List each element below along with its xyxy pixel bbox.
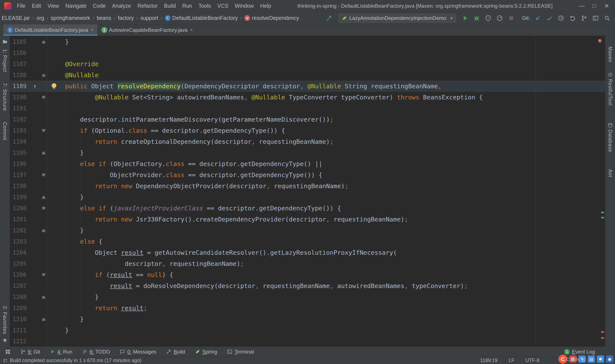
- line-number[interactable]: 1186: [10, 47, 27, 58]
- minimize-button[interactable]: —: [576, 2, 588, 9]
- line-number[interactable]: 1203: [10, 236, 27, 247]
- line-number[interactable]: 1209: [10, 302, 27, 314]
- close-icon[interactable]: ×: [190, 27, 193, 33]
- history-button[interactable]: [556, 13, 566, 23]
- code-line-1207[interactable]: 1207 result = doResolveDependency(descri…: [10, 280, 605, 291]
- code-line-1194[interactable]: 1194 return createOptionalDependency(des…: [10, 136, 605, 147]
- menu-build[interactable]: Build: [161, 3, 179, 9]
- update-project-button[interactable]: [533, 13, 543, 23]
- toolwindow-button-0-messages[interactable]: 0: Messages: [120, 349, 156, 355]
- code-line-1203[interactable]: 1203 else {: [10, 236, 605, 247]
- line-number[interactable]: 1204: [10, 247, 27, 258]
- tool-button-7-structure[interactable]: 7: Structure: [2, 83, 8, 111]
- run-button[interactable]: [460, 13, 470, 23]
- code-line-1190[interactable]: 1190 @Nullable Set<String> autowiredBean…: [10, 92, 605, 103]
- line-number[interactable]: 1185: [10, 36, 27, 47]
- tool-button-ant[interactable]: Ant: [607, 169, 613, 177]
- breadcrumb-item-support[interactable]: support: [140, 15, 158, 21]
- menu-vcs[interactable]: VCS: [214, 3, 231, 9]
- coverage-button[interactable]: [483, 13, 493, 23]
- toolwindow-button-6-todo[interactable]: 6: TODO: [82, 349, 110, 355]
- line-number[interactable]: 1207: [10, 280, 27, 291]
- menu-refactor[interactable]: Refactor: [134, 3, 161, 9]
- fold-marker-down-icon[interactable]: [42, 207, 45, 210]
- code-line-1211[interactable]: 1211 }: [10, 325, 605, 336]
- tool-button-commit[interactable]: Commit: [2, 122, 8, 140]
- line-number[interactable]: 1206: [10, 269, 27, 280]
- menu-help[interactable]: Help: [257, 3, 274, 9]
- line-number[interactable]: 1191: [10, 103, 27, 114]
- toolwindow-button-9-git[interactable]: 9: Git: [20, 349, 40, 355]
- tab-defaultlistablebeanfactory-java[interactable]: CDefaultListableBeanFactory.java×: [3, 24, 98, 36]
- line-number[interactable]: 1190: [10, 92, 27, 103]
- menu-navigate[interactable]: Navigate: [62, 3, 90, 9]
- code-line-1185[interactable]: 1185 }: [10, 36, 605, 47]
- line-number[interactable]: 1212: [10, 336, 27, 347]
- line-number[interactable]: 1210: [10, 314, 27, 325]
- fold-marker-up-icon[interactable]: [42, 229, 45, 232]
- file-encoding[interactable]: UTF-8: [525, 358, 539, 363]
- inspections-indicator[interactable]: [598, 39, 602, 43]
- close-icon[interactable]: ×: [91, 27, 94, 33]
- toolwindow-button-spring[interactable]: Spring: [195, 349, 217, 355]
- toolwindow-button-4-run[interactable]: 4: Run: [50, 349, 72, 355]
- fold-marker-up-icon[interactable]: [42, 40, 45, 43]
- line-number[interactable]: 1192: [10, 114, 27, 125]
- toolwindow-button-build[interactable]: Build: [166, 349, 185, 355]
- fold-marker-down-icon[interactable]: [42, 273, 45, 276]
- line-number[interactable]: 1201: [10, 214, 27, 225]
- star-icon[interactable]: [2, 338, 7, 343]
- fold-marker-down-icon[interactable]: [42, 96, 45, 99]
- code-editor[interactable]: 1185 }11861187 @Override1188 @Nullable11…: [10, 36, 605, 347]
- tool-button-restfultool[interactable]: RestfulTool: [607, 79, 613, 106]
- code-line-1192[interactable]: 1192 descriptor.initParameterNameDiscove…: [10, 114, 605, 125]
- code-line-1187[interactable]: 1187 @Override: [10, 58, 605, 70]
- breadcrumb-item-springframework[interactable]: springframework: [51, 15, 90, 21]
- tab-autowirecapablebeanfactory-java[interactable]: IAutowireCapableBeanFactory.java×: [98, 24, 197, 36]
- code-line-1206[interactable]: 1206 if (result == null) {: [10, 269, 605, 280]
- line-number[interactable]: 1189: [10, 81, 27, 92]
- code-line-1195[interactable]: 1195 }: [10, 147, 605, 158]
- line-number[interactable]: 1193: [10, 125, 27, 136]
- code-line-1201[interactable]: 1201 return new Jsr330Factory().createDe…: [10, 214, 605, 225]
- breadcrumb-item-defaultlistablebeanfactory[interactable]: CDefaultListableBeanFactory: [165, 15, 238, 21]
- profiler-button[interactable]: [495, 13, 505, 23]
- code-line-1200[interactable]: 1200 else if (javaxInjectProviderClass =…: [10, 203, 605, 214]
- code-line-1212[interactable]: 1212: [10, 336, 605, 347]
- code-line-1191[interactable]: 1191: [10, 103, 605, 114]
- search-everywhere-button[interactable]: [602, 13, 612, 23]
- code-line-1209[interactable]: 1209 return result;: [10, 302, 605, 314]
- build-button[interactable]: [324, 13, 334, 23]
- code-line-1202[interactable]: 1202 }: [10, 225, 605, 236]
- line-number[interactable]: 1200: [10, 203, 27, 214]
- line-number[interactable]: 1197: [10, 169, 27, 181]
- toolwindow-button-grid[interactable]: [5, 349, 11, 354]
- tool-button-maven[interactable]: Maven: [607, 47, 613, 62]
- code-line-1189[interactable]: 1189↑ public Object resolveDependency(De…: [10, 81, 605, 92]
- line-number[interactable]: 1188: [10, 70, 27, 81]
- code-line-1205[interactable]: 1205 descriptor, requestingBeanName);: [10, 258, 605, 269]
- tool-button-1-project[interactable]: 1: Project: [2, 49, 8, 72]
- menu-edit[interactable]: Edit: [29, 3, 44, 9]
- line-number[interactable]: 1211: [10, 325, 27, 336]
- menu-file[interactable]: File: [14, 3, 29, 9]
- line-number[interactable]: 1199: [10, 192, 27, 203]
- commit-button[interactable]: [545, 13, 554, 23]
- run-config-select[interactable]: LazyAnnotationDependencyInjectionDemo▾: [338, 14, 456, 23]
- overriding-method-icon[interactable]: ↑: [31, 81, 39, 92]
- menu-code[interactable]: Code: [90, 3, 109, 9]
- line-number[interactable]: 1187: [10, 58, 27, 70]
- line-number[interactable]: 1196: [10, 158, 27, 169]
- breadcrumb-item-resolvedependency[interactable]: mresolveDependency: [244, 15, 299, 21]
- code-line-1204[interactable]: 1204 Object result = getAutowireCandidat…: [10, 247, 605, 258]
- code-line-1208[interactable]: 1208 }: [10, 291, 605, 302]
- code-line-1193[interactable]: 1193 if (Optional.class == descriptor.ge…: [10, 125, 605, 136]
- menu-tools[interactable]: Tools: [195, 3, 214, 9]
- fold-marker-up-icon[interactable]: [42, 151, 45, 155]
- toolwindow-button-terminal[interactable]: Terminal: [227, 349, 254, 355]
- menu-analyze[interactable]: Analyze: [109, 3, 134, 9]
- fold-marker-down-icon[interactable]: [42, 129, 45, 132]
- code-line-1186[interactable]: 1186: [10, 47, 605, 58]
- fold-marker-up-icon[interactable]: [42, 196, 45, 199]
- fold-marker-up-icon[interactable]: [42, 74, 45, 77]
